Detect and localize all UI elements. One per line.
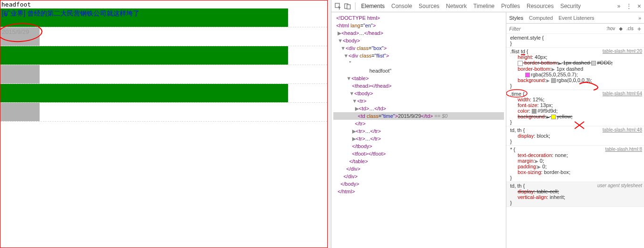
devtools-body: <!DOCTYPE html> <html lang="en"> ▶<head>… bbox=[331, 12, 644, 248]
empty-cell bbox=[40, 65, 327, 83]
filter-bar: :hov ◆ .cls + bbox=[506, 24, 644, 34]
add-rule-icon[interactable]: + bbox=[637, 25, 641, 33]
rendered-page: headfoot [矿业界] 曾经的第二大民营钢铁公司就这样垮了 2015/9/… bbox=[0, 0, 328, 248]
time-cell: 2015/9/29 bbox=[0, 27, 40, 46]
table-row bbox=[0, 65, 327, 84]
dom-line[interactable]: </div> bbox=[333, 173, 504, 180]
dom-line[interactable]: </div> bbox=[333, 165, 504, 173]
source-link[interactable]: table-slash.html:8 bbox=[605, 147, 642, 152]
dom-line[interactable]: </body> bbox=[333, 180, 504, 188]
title-cell: [矿业界] 曾经的第二大民营钢铁公司就这样垮了 bbox=[0, 8, 288, 27]
dom-line[interactable]: ▼<table> bbox=[333, 74, 504, 82]
panel-separator[interactable] bbox=[328, 0, 331, 248]
dom-line[interactable]: " bbox=[333, 59, 504, 67]
dom-line[interactable]: ▶<head>…</head> bbox=[333, 29, 504, 37]
dom-line[interactable]: <html lang="en"> bbox=[333, 22, 504, 29]
svg-rect-2 bbox=[347, 5, 350, 9]
styles-tabs: Styles Computed Event Listeners » bbox=[506, 12, 644, 24]
style-rules: element.style { } table-slash.html:20 .f… bbox=[506, 34, 644, 248]
category-text[interactable]: [矿业界] bbox=[2, 9, 25, 18]
empty-cell bbox=[40, 103, 327, 121]
dom-line[interactable]: <thead></thead> bbox=[333, 82, 504, 90]
tab-console[interactable]: Console bbox=[391, 3, 412, 9]
ua-stylesheet-label: user agent stylesheet bbox=[597, 183, 642, 188]
flist: [矿业界] 曾经的第二大民营钢铁公司就这样垮了 2015/9/29 bbox=[0, 8, 327, 122]
time-cell-empty bbox=[288, 8, 327, 27]
gray-cell bbox=[0, 103, 40, 121]
article-title[interactable]: 曾经的第二大民营钢铁公司就这样垮了 bbox=[27, 9, 140, 18]
tab-elements[interactable]: Elements bbox=[361, 3, 385, 9]
source-link[interactable]: table-slash.html:64 bbox=[603, 91, 642, 96]
rule-flist-td[interactable]: table-slash.html:20 .flist td { height: … bbox=[506, 48, 644, 90]
pin-icon[interactable]: ◆ bbox=[619, 26, 623, 31]
rule-time[interactable]: table-slash.html:64 .time { width: 12%; … bbox=[506, 90, 644, 126]
filter-input[interactable] bbox=[509, 26, 603, 32]
dom-line[interactable]: ▼<tbody> bbox=[333, 90, 504, 97]
tab-security[interactable]: Security bbox=[560, 3, 580, 9]
dom-line[interactable]: ▼<tr> bbox=[333, 97, 504, 105]
table-row: [矿业界] 曾经的第二大民营钢铁公司就这样垮了 bbox=[0, 8, 327, 27]
gray-cell bbox=[0, 65, 40, 83]
table-row: 2015/9/29 bbox=[0, 27, 327, 46]
rule-element-style[interactable]: element.style { } bbox=[506, 34, 644, 48]
dom-line[interactable]: <tfoot></tfoot> bbox=[333, 150, 504, 157]
rule-ua-td-th[interactable]: user agent stylesheet td, th { display: … bbox=[506, 182, 644, 207]
time-cell-empty bbox=[288, 46, 327, 65]
dom-line-selected[interactable]: <td class="time">2015/9/29</td> == $0 bbox=[333, 112, 504, 120]
devtools-toolbar: Elements Console Sources Network Timelin… bbox=[331, 0, 644, 12]
svg-point-3 bbox=[506, 90, 527, 97]
close-icon[interactable]: × bbox=[637, 2, 641, 10]
tab-computed[interactable]: Computed bbox=[529, 15, 553, 21]
rule-star[interactable]: table-slash.html:8 * { text-decoration: … bbox=[506, 146, 644, 182]
dom-line[interactable]: ▶<tr>…</tr> bbox=[333, 135, 504, 142]
source-link[interactable]: table-slash.html:48 bbox=[603, 127, 642, 132]
dom-line[interactable]: </table> bbox=[333, 157, 504, 165]
tab-styles[interactable]: Styles bbox=[509, 15, 523, 21]
tab-event-listeners[interactable]: Event Listeners bbox=[559, 15, 594, 21]
styles-overflow-icon[interactable]: » bbox=[638, 15, 641, 21]
device-icon[interactable] bbox=[344, 2, 351, 10]
green-cell bbox=[0, 46, 288, 65]
divider bbox=[355, 2, 355, 10]
table-row bbox=[0, 103, 327, 122]
dom-line[interactable]: ▶<tr>…</tr> bbox=[333, 127, 504, 135]
tabs-overflow-icon[interactable]: » bbox=[617, 3, 620, 9]
cls-button[interactable]: .cls bbox=[627, 26, 634, 31]
devtools: Elements Console Sources Network Timelin… bbox=[331, 0, 644, 248]
dom-tree[interactable]: <!DOCTYPE html> <html lang="en"> ▶<head>… bbox=[331, 12, 506, 248]
box: [矿业界] 曾经的第二大民营钢铁公司就这样垮了 2015/9/29 bbox=[0, 8, 327, 122]
tab-timeline[interactable]: Timeline bbox=[473, 3, 495, 9]
empty-cell bbox=[40, 27, 327, 46]
dom-line[interactable]: </html> bbox=[333, 188, 504, 195]
dom-line[interactable]: ▼<div class="flist"> bbox=[333, 52, 504, 59]
green-cell bbox=[0, 84, 288, 102]
dom-line[interactable]: ▶<td>…</td> bbox=[333, 105, 504, 112]
styles-panel: Styles Computed Event Listeners » :hov ◆… bbox=[506, 12, 644, 248]
tab-resources[interactable]: Resources bbox=[527, 3, 553, 9]
table-row bbox=[0, 46, 327, 65]
rule-td-th[interactable]: table-slash.html:48 td, th { display: bl… bbox=[506, 126, 644, 146]
tab-network[interactable]: Network bbox=[446, 3, 467, 9]
dom-line[interactable]: ▼<div class="box"> bbox=[333, 44, 504, 52]
hov-button[interactable]: :hov bbox=[606, 26, 615, 31]
headfoot-text: headfoot bbox=[0, 0, 327, 8]
dom-line[interactable]: headfoot" bbox=[333, 67, 504, 74]
dom-line[interactable]: </tr> bbox=[333, 120, 504, 127]
dom-line[interactable]: ▼<body> bbox=[333, 37, 504, 44]
table-row bbox=[0, 84, 327, 103]
dom-line[interactable]: <!DOCTYPE html> bbox=[333, 14, 504, 22]
devtools-tabs: Elements Console Sources Network Timelin… bbox=[361, 3, 581, 9]
tab-sources[interactable]: Sources bbox=[419, 3, 439, 9]
time-cell-empty bbox=[288, 84, 327, 102]
source-link[interactable]: table-slash.html:20 bbox=[603, 49, 642, 54]
dom-line[interactable]: </tbody> bbox=[333, 142, 504, 150]
inspect-icon[interactable] bbox=[334, 2, 342, 10]
menu-icon[interactable]: ⋮ bbox=[626, 3, 632, 9]
tab-profiles[interactable]: Profiles bbox=[501, 3, 520, 9]
